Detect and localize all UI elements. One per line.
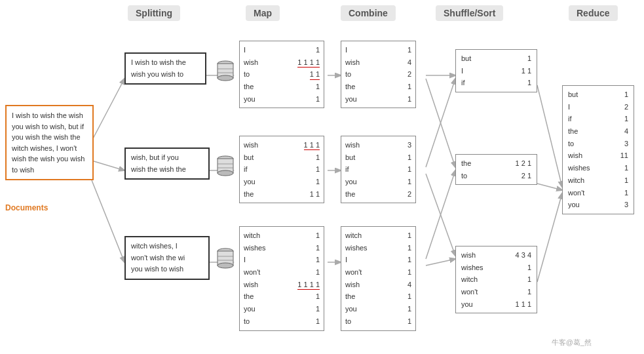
map-box-3: witch1 wishes1 I1 won't1 wish1 1 1 1 the… (239, 226, 324, 331)
map-box-2: wish1 1 1 but1 if1 you1 the1 1 (239, 136, 324, 203)
document-label: Documents (5, 203, 48, 212)
split-box-1: I wish to wish thewish you wish to (124, 52, 206, 85)
shuffle-box-3: wish4 3 4 wishes1 witch1 won't1 you1 1 1 (455, 246, 537, 313)
combine-box-1: I1 wish4 to2 the1 you1 (341, 41, 416, 108)
svg-line-15 (537, 85, 562, 187)
svg-point-25 (218, 170, 233, 176)
map-box-1: I1 wish1 1 1 1 to1 1 the1 you1 (239, 41, 324, 108)
combine-header: Combine (341, 5, 396, 21)
shuffle-header: Shuffle/Sort (436, 5, 503, 21)
split-box-2: wish, but if youwish the wish the (124, 148, 210, 180)
reduce-box: but1 I2 if1 the4 to3 wish11 wishes1 witc… (562, 85, 634, 214)
server-icon-3 (216, 248, 235, 273)
splitting-header: Splitting (128, 5, 180, 21)
svg-line-16 (537, 184, 562, 190)
svg-line-17 (537, 193, 562, 282)
map-header: Map (246, 5, 280, 21)
combine-box-3: witch1 wishes1 I1 won't1 wish4 the1 you1… (341, 226, 416, 331)
svg-line-13 (426, 170, 455, 259)
svg-line-1 (92, 161, 124, 170)
server-icon-2 (216, 155, 235, 180)
svg-line-2 (92, 180, 124, 262)
svg-point-30 (218, 263, 233, 268)
reduce-header: Reduce (569, 5, 618, 21)
main-container: Splitting Map Combine Shuffle/Sort Reduc… (0, 0, 644, 354)
combine-box-2: wish3 but1 if1 you1 the2 (341, 136, 416, 203)
svg-line-0 (92, 79, 124, 141)
svg-line-12 (426, 174, 455, 256)
svg-line-10 (426, 79, 455, 167)
svg-point-20 (218, 75, 233, 81)
server-icon-1 (216, 60, 235, 85)
svg-line-14 (426, 259, 455, 266)
document-box: I wish to wish the wish you wish to wish… (5, 105, 94, 180)
shuffle-box-1: but1 I1 1 if1 (455, 49, 537, 92)
shuffle-box-2: the1 2 1 to2 1 (455, 154, 537, 185)
svg-line-11 (426, 79, 455, 167)
split-box-3: witch wishes, Iwon't wish the wiyou wish… (124, 236, 210, 280)
watermark: 牛客@葛_然 (552, 338, 592, 347)
